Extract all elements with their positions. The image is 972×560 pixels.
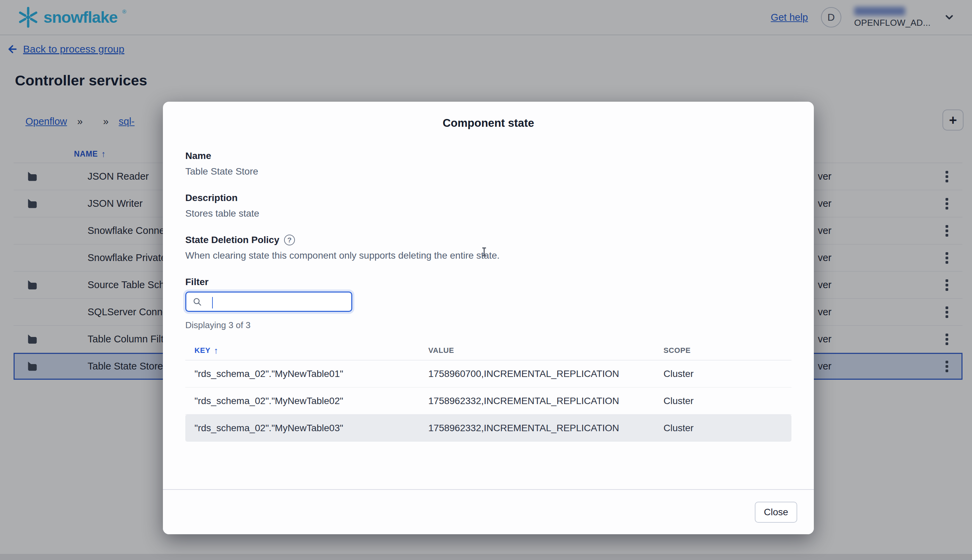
close-button[interactable]: Close: [755, 502, 797, 523]
state-scope: Cluster: [664, 423, 791, 433]
description-value: Stores table state: [185, 208, 259, 219]
filter-label: Filter: [185, 277, 208, 287]
value-column-header[interactable]: VALUE: [428, 346, 664, 355]
state-scope: Cluster: [664, 396, 791, 407]
filter-input-wrapper: [185, 292, 352, 312]
component-state-table: KEY ↑ VALUE SCOPE "rds_schema_02"."MyNew…: [185, 341, 791, 442]
help-icon[interactable]: ?: [284, 235, 295, 245]
name-value: Table State Store: [185, 166, 258, 177]
state-row[interactable]: "rds_schema_02"."MyNewTable02" 175896233…: [185, 387, 791, 415]
mouse-text-cursor: [483, 247, 485, 256]
search-icon: [192, 297, 202, 307]
state-key: "rds_schema_02"."MyNewTable01": [185, 368, 428, 379]
description-label: Description: [185, 193, 238, 203]
policy-label-text: State Deletion Policy: [185, 235, 279, 245]
state-value: 1758960700,INCREMENTAL_REPLICATION: [428, 368, 664, 379]
key-column-header[interactable]: KEY ↑: [185, 345, 428, 356]
displaying-count: Displaying 3 of 3: [185, 320, 251, 330]
state-table-header: KEY ↑ VALUE SCOPE: [185, 341, 791, 360]
dialog-footer: Close: [163, 489, 814, 534]
key-header-label: KEY: [194, 346, 211, 355]
filter-input[interactable]: [207, 296, 351, 307]
state-row[interactable]: "rds_schema_02"."MyNewTable01" 175896070…: [185, 360, 791, 387]
state-value: 1758962332,INCREMENTAL_REPLICATION: [428, 423, 664, 433]
text-caret: [212, 297, 213, 308]
state-value: 1758962332,INCREMENTAL_REPLICATION: [428, 396, 664, 407]
state-scope: Cluster: [664, 368, 791, 379]
component-state-dialog: Component state Name Table State Store D…: [163, 102, 814, 534]
state-key: "rds_schema_02"."MyNewTable03": [185, 423, 428, 433]
state-key: "rds_schema_02"."MyNewTable02": [185, 396, 428, 407]
state-deletion-policy-text: When clearing state this component only …: [185, 250, 500, 261]
screen: snowflake ® Get help D OPENFLOW_AD... Ba…: [0, 0, 972, 560]
scope-column-header[interactable]: SCOPE: [664, 346, 791, 355]
dialog-title: Component state: [163, 117, 814, 130]
sort-ascending-icon: ↑: [214, 345, 219, 356]
state-row-hovered[interactable]: "rds_schema_02"."MyNewTable03" 175896233…: [185, 415, 791, 442]
state-deletion-policy-label: State Deletion Policy ?: [185, 235, 295, 245]
name-label: Name: [185, 150, 211, 162]
